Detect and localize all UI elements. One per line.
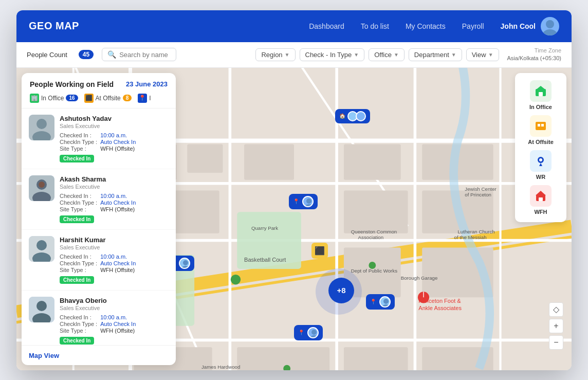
- nav-todo[interactable]: To do list: [361, 22, 389, 30]
- legend-icon-office: [530, 80, 552, 102]
- svg-marker-69: [536, 86, 546, 90]
- svg-text:Lutheran Church: Lutheran Church: [457, 228, 494, 234]
- header: GEO MAP Dashboard To do list My Contacts…: [16, 10, 572, 42]
- filter-office[interactable]: Office▼: [369, 48, 405, 61]
- person-name-1: Ashutosh Yadav: [60, 115, 169, 122]
- svg-text:Floors LLC: Floors LLC: [205, 369, 229, 370]
- person-photo-2: [29, 175, 54, 201]
- user-name: John Cool: [501, 22, 536, 30]
- svg-text:Quarry Park: Quarry Park: [251, 225, 278, 230]
- compass-button[interactable]: ◇: [549, 302, 563, 317]
- map-chip-avatar-1: 📍: [289, 194, 318, 209]
- filter-department[interactable]: Department▼: [409, 48, 462, 61]
- person-details-3: Checked In : 10:00 a.m. CheckIn Type : A…: [60, 254, 169, 273]
- map-chip-2avatars: 🏠: [335, 109, 370, 123]
- map-view-link[interactable]: Map View: [29, 352, 59, 359]
- status-icon-office: 🏢: [30, 94, 39, 103]
- toolbar: People Count 45 🔍 Region▼ Check - In Typ…: [16, 42, 572, 68]
- person-name-2: Akash Sharma: [60, 175, 169, 183]
- checked-in-badge-2: Checked In: [60, 215, 94, 223]
- legend-icon-wfh: [530, 185, 552, 207]
- svg-text:Jewish Center: Jewish Center: [465, 186, 497, 191]
- svg-point-56: [369, 262, 376, 269]
- svg-point-90: [36, 301, 47, 311]
- avatar: [541, 17, 559, 35]
- svg-rect-68: [539, 92, 543, 96]
- list-item[interactable]: Akash Sharma Sales Executive Checked In …: [22, 169, 176, 230]
- search-box[interactable]: 🔍: [102, 48, 176, 61]
- filter-region[interactable]: Region▼: [255, 48, 295, 61]
- svg-text:Borough Garage: Borough Garage: [401, 275, 438, 280]
- list-item[interactable]: Ashutosh Yadav Sales Executive Checked I…: [22, 108, 176, 169]
- status-tab-offsite: ⬛ At Offsite 8: [84, 94, 132, 103]
- person-info-4: Bhavya Oberio Sales Executive Checked In…: [60, 297, 169, 345]
- user-profile[interactable]: John Cool: [501, 17, 559, 35]
- checked-in-badge-1: Checked In: [60, 155, 94, 162]
- main-content: Basketball Court Quarry Park Dept of Pub…: [16, 68, 572, 370]
- svg-text:Association: Association: [358, 234, 384, 240]
- status-tab-office: 🏢 In Office 16: [30, 94, 78, 103]
- map-chip-bottom-right: 📍: [366, 294, 395, 310]
- header-nav: Dashboard To do list My Contacts Payroll: [309, 22, 484, 30]
- legend-label-offsite: At Offsite: [528, 139, 554, 145]
- list-item[interactable]: Bhavya Oberio Sales Executive Checked In…: [22, 291, 176, 345]
- list-item[interactable]: Harshit Kumar Sales Executive Checked In…: [22, 230, 176, 291]
- svg-rect-26: [344, 190, 408, 233]
- legend-panel: In Office At Offsite WR: [515, 73, 566, 222]
- svg-point-62: [181, 266, 190, 269]
- svg-point-1: [543, 29, 557, 35]
- svg-point-63: [383, 299, 389, 304]
- svg-text:Basketball Court: Basketball Court: [244, 257, 286, 263]
- nav-dashboard[interactable]: Dashboard: [309, 22, 344, 30]
- cluster-bubble-2[interactable]: +8: [328, 278, 354, 303]
- person-photo-4: [29, 297, 54, 322]
- svg-rect-23: [344, 144, 401, 179]
- checked-in-badge-4: Checked In: [60, 337, 94, 345]
- legend-label-office: In Office: [529, 104, 552, 110]
- toolbar-filters: Region▼ Check - In Type▼ Office▼ Departm…: [255, 48, 499, 61]
- svg-point-0: [546, 20, 554, 28]
- nav-payroll[interactable]: Payroll: [462, 22, 484, 30]
- person-info-1: Ashutosh Yadav Sales Executive Checked I…: [60, 115, 169, 162]
- svg-rect-71: [538, 124, 540, 126]
- person-info-3: Harshit Kumar Sales Executive Checked In…: [60, 236, 169, 284]
- status-icon-other: 📍: [138, 94, 147, 103]
- person-details-2: Checked In : 10:00 a.m. CheckIn Type : A…: [60, 193, 169, 212]
- zoom-in-button[interactable]: +: [549, 319, 563, 333]
- svg-text:Queenston Common: Queenston Common: [351, 228, 397, 234]
- svg-point-61: [183, 260, 188, 265]
- legend-icon-offsite: [530, 115, 552, 137]
- status-icon-offsite: ⬛: [84, 94, 94, 103]
- map-chip-bottom-center: 📍: [294, 325, 323, 340]
- svg-marker-75: [539, 163, 542, 166]
- legend-icon-wr: [530, 150, 552, 172]
- svg-marker-77: [536, 191, 546, 195]
- svg-rect-31: [237, 347, 329, 370]
- person-info-2: Akash Sharma Sales Executive Checked In …: [60, 175, 169, 223]
- svg-rect-32: [344, 347, 408, 370]
- app-container: GEO MAP Dashboard To do list My Contacts…: [16, 10, 572, 370]
- legend-wfh: WFH: [523, 185, 558, 215]
- filter-checkin-type[interactable]: Check - In Type▼: [300, 48, 365, 61]
- svg-text:James Hardwood: James Hardwood: [201, 364, 240, 369]
- person-photo-1: [29, 115, 54, 140]
- people-count-label: People Count: [27, 51, 67, 59]
- person-name-4: Bhavya Oberio: [60, 297, 169, 304]
- person-photo-3: [29, 236, 54, 262]
- legend-label-wfh: WFH: [534, 209, 547, 215]
- legend-at-offsite: At Offsite: [523, 115, 558, 145]
- person-list: Ashutosh Yadav Sales Executive Checked I…: [22, 108, 176, 345]
- filter-view[interactable]: View▼: [466, 48, 499, 61]
- svg-point-80: [36, 119, 47, 129]
- svg-point-59: [306, 198, 311, 204]
- status-tab-other: 📍 I: [138, 94, 151, 103]
- svg-rect-22: [244, 144, 294, 179]
- sidebar-footer: Map View: [22, 345, 176, 365]
- svg-text:Dept of Public Works: Dept of Public Works: [351, 267, 397, 273]
- legend-wr: WR: [523, 150, 558, 180]
- sidebar-panel: People Working on Field 23 June 2023 🏢 I…: [22, 73, 176, 365]
- search-input[interactable]: [119, 51, 171, 59]
- zoom-out-button[interactable]: −: [549, 335, 563, 350]
- svg-rect-78: [539, 197, 543, 201]
- nav-contacts[interactable]: My Contacts: [406, 22, 446, 30]
